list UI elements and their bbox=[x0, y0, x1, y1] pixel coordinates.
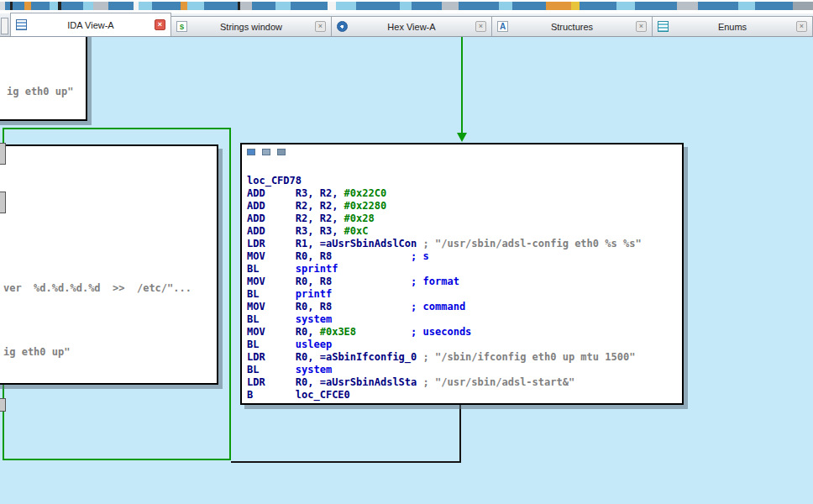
tab-bar: IDA View-A × s Strings window × Hex View… bbox=[0, 13, 813, 37]
node-header-icon[interactable] bbox=[277, 149, 286, 155]
asm-line[interactable]: LDR R0, =aSbinIfconfig_0 ; "/sbin/ifconf… bbox=[247, 351, 642, 364]
node-header bbox=[247, 149, 292, 155]
partial-node-text: ig eth0 up" bbox=[7, 86, 73, 97]
tab-label: Hex View-A bbox=[352, 22, 471, 32]
navband-segment bbox=[83, 2, 93, 10]
navband-segment bbox=[400, 2, 412, 10]
navband-segment bbox=[31, 2, 50, 10]
navband-segment bbox=[755, 2, 793, 10]
strings-icon: s bbox=[176, 21, 187, 32]
tab-structures[interactable]: A Structures × bbox=[492, 16, 653, 36]
ida-view-icon bbox=[16, 19, 27, 30]
navband-segment bbox=[635, 2, 677, 10]
navband-segment bbox=[240, 2, 252, 10]
navband-segment bbox=[499, 2, 512, 10]
navband-segment bbox=[698, 2, 738, 10]
navband-segment bbox=[336, 2, 356, 10]
edge-outgoing-vertical bbox=[459, 405, 461, 463]
navband-segment bbox=[291, 2, 328, 10]
navband-segment bbox=[93, 2, 108, 10]
navband-segment bbox=[738, 2, 755, 10]
tab-label: Enums bbox=[673, 22, 792, 32]
navband-segment bbox=[356, 2, 400, 10]
graph-canvas[interactable]: ig eth0 up" ver %d.%d.%d.%d >> /etc/"...… bbox=[0, 37, 813, 504]
dock-handle bbox=[1, 18, 8, 34]
navband-segment bbox=[328, 2, 336, 10]
asm-line[interactable]: BL system bbox=[247, 364, 642, 376]
asm-line[interactable]: BL system bbox=[247, 313, 642, 326]
asm-listing[interactable]: loc_CFD78ADD R3, R2, #0x22C0ADD R2, R2, … bbox=[247, 175, 642, 402]
navband-segment bbox=[793, 2, 813, 10]
navband-segment bbox=[204, 2, 238, 10]
edge-outgoing-horizontal bbox=[231, 461, 461, 463]
structures-icon: A bbox=[497, 21, 508, 32]
asm-line[interactable]: loc_CFD78 bbox=[247, 175, 642, 187]
close-icon[interactable]: × bbox=[796, 21, 807, 32]
navband-segment bbox=[139, 2, 152, 10]
close-icon[interactable]: × bbox=[155, 19, 165, 30]
tab-strings-window[interactable]: s Strings window × bbox=[171, 16, 332, 36]
asm-line[interactable]: BL sprintf bbox=[247, 263, 642, 276]
navband-segment bbox=[187, 2, 204, 10]
tab-ida-view-a[interactable]: IDA View-A × bbox=[10, 13, 171, 36]
navband-segment bbox=[252, 2, 275, 10]
navband-segment bbox=[459, 2, 499, 10]
asm-line[interactable]: MOV R0, R8 ; format bbox=[247, 276, 642, 288]
asm-line[interactable]: MOV R0, #0x3E8 ; useconds bbox=[247, 326, 642, 339]
asm-line[interactable]: ADD R3, R2, #0x22C0 bbox=[247, 187, 642, 200]
navband-segment bbox=[275, 2, 291, 10]
asm-line[interactable]: B loc_CFCE0 bbox=[247, 389, 642, 402]
graph-node-partial-left[interactable]: ver %d.%d.%d.%d >> /etc/"... ig eth0 up" bbox=[0, 144, 218, 385]
partial-node-fragment bbox=[0, 143, 6, 165]
asm-line[interactable]: MOV R0, R8 ; command bbox=[247, 301, 642, 313]
tab-label: Structures bbox=[512, 22, 632, 32]
close-icon[interactable]: × bbox=[636, 21, 647, 32]
navband-segment bbox=[152, 2, 181, 10]
tab-hex-view-a[interactable]: Hex View-A × bbox=[332, 16, 492, 36]
tab-label: Strings window bbox=[191, 22, 311, 32]
enums-icon bbox=[658, 21, 669, 32]
navband-segment bbox=[61, 2, 83, 10]
node-header-icon[interactable] bbox=[262, 149, 270, 155]
navband-segment bbox=[108, 2, 134, 10]
edge-incoming-green bbox=[461, 37, 463, 133]
navband-segment bbox=[24, 2, 31, 10]
navband-segment bbox=[442, 2, 459, 10]
partial-node-text: ig eth0 up" bbox=[3, 346, 70, 358]
asm-line[interactable]: LDR R1, =aUsrSbinAdslCon ; "/usr/sbin/ad… bbox=[247, 238, 642, 250]
asm-line[interactable]: ADD R3, R3, #0xC bbox=[247, 225, 642, 238]
partial-node-fragment bbox=[0, 192, 6, 213]
navband-segment bbox=[50, 2, 58, 10]
partial-node-text: ver %d.%d.%d.%d >> /etc/"... bbox=[3, 282, 191, 294]
tab-strip: IDA View-A × s Strings window × Hex View… bbox=[10, 13, 813, 36]
hex-view-icon bbox=[337, 21, 348, 32]
navband-segment bbox=[512, 2, 546, 10]
asm-line[interactable]: LDR R0, =aUsrSbinAdslSta ; "/usr/sbin/ad… bbox=[247, 376, 642, 389]
graph-node-partial-top-left[interactable]: ig eth0 up" bbox=[0, 37, 87, 121]
navband-segment bbox=[546, 2, 571, 10]
navband-segment bbox=[13, 2, 24, 10]
navband-segment bbox=[616, 2, 635, 10]
navband-segment bbox=[181, 2, 187, 10]
tab-enums[interactable]: Enums × bbox=[653, 16, 813, 36]
asm-line[interactable]: BL printf bbox=[247, 288, 642, 301]
navband-segment bbox=[677, 2, 698, 10]
close-icon[interactable]: × bbox=[315, 21, 326, 32]
node-header-icon[interactable] bbox=[247, 149, 255, 155]
partial-node-fragment bbox=[0, 398, 6, 412]
asm-line[interactable]: BL usleep bbox=[247, 339, 642, 351]
asm-line[interactable]: ADD R2, R2, #0x28 bbox=[247, 213, 642, 225]
tab-label: IDA View-A bbox=[31, 20, 150, 30]
navigator-band[interactable] bbox=[0, 2, 813, 10]
edge-arrowhead-icon bbox=[457, 133, 467, 142]
graph-node-loc-cfd78[interactable]: loc_CFD78ADD R3, R2, #0x22C0ADD R2, R2, … bbox=[240, 143, 684, 405]
asm-line[interactable]: MOV R0, R8 ; s bbox=[247, 250, 642, 263]
navband-segment bbox=[580, 2, 616, 10]
navband-segment bbox=[571, 2, 580, 10]
close-icon[interactable]: × bbox=[475, 21, 486, 32]
asm-line[interactable]: ADD R2, R2, #0x2280 bbox=[247, 200, 642, 213]
navband-segment bbox=[412, 2, 442, 10]
